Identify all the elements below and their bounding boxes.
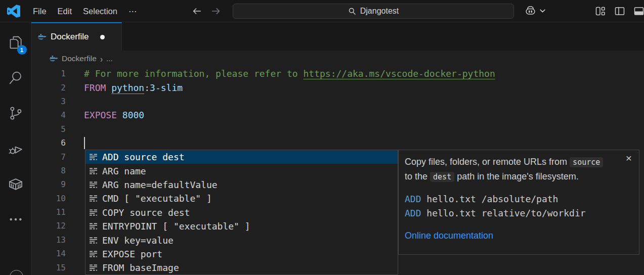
code-line: 4EXPOSE 8000 xyxy=(31,108,644,122)
suggestion-item[interactable]: ENV key=value xyxy=(85,233,398,247)
snippet-icon xyxy=(89,194,98,203)
account-icon[interactable] xyxy=(10,270,23,275)
suggestion-item[interactable]: EXPOSE port xyxy=(85,247,398,261)
docker-whale-icon xyxy=(50,55,58,63)
line-number: 11 xyxy=(31,207,66,217)
activity-docker[interactable] xyxy=(4,172,28,196)
docs-code-token: ADD xyxy=(405,194,421,204)
code-text[interactable]: FROM python:3-slim xyxy=(66,82,183,93)
command-center-value: Djangotest xyxy=(360,7,399,16)
activity-source-control[interactable] xyxy=(4,101,28,125)
customize-layout-icon[interactable] xyxy=(595,6,606,17)
nav-history xyxy=(191,0,222,22)
run-debug-icon xyxy=(8,141,24,157)
menu-file[interactable]: File xyxy=(27,4,52,19)
docs-example-line: ADD hello.txt relative/to/workdir xyxy=(405,206,633,220)
suggestion-item[interactable]: ARG name xyxy=(85,164,398,177)
suggestion-item[interactable]: ARG name=defaultValue xyxy=(85,178,398,192)
suggestion-label: ENTRYPOINT [ "executable" ] xyxy=(102,221,250,232)
menu-bar: File Edit Selection ⋯ xyxy=(27,0,143,22)
docs-example-line: ADD hello.txt /absolute/path xyxy=(405,192,633,206)
suggestion-item[interactable]: ENTRYPOINT [ "executable" ] xyxy=(85,219,398,233)
suggestion-label: ARG name=defaultValue xyxy=(102,179,218,190)
suggestion-item[interactable]: ADD source dest xyxy=(85,150,398,164)
docker-whale-icon xyxy=(38,33,47,41)
docs-examples: ADD hello.txt /absolute/pathADD hello.tx… xyxy=(405,192,633,220)
close-icon[interactable]: × xyxy=(623,153,634,164)
modified-indicator-icon[interactable] xyxy=(100,35,105,39)
activity-more[interactable] xyxy=(4,207,28,232)
line-number: 10 xyxy=(31,194,66,203)
explorer-badge: 1 xyxy=(17,45,27,55)
breadcrumb-item-symbol[interactable]: ... xyxy=(106,54,113,63)
snippet-icon xyxy=(89,167,98,175)
code-token: https://aka.ms/vscode-docker-python xyxy=(303,68,495,79)
snippet-icon xyxy=(89,180,98,189)
snippet-icon xyxy=(89,250,98,258)
source-control-icon xyxy=(8,105,24,121)
title-bar: File Edit Selection ⋯ Djangotest xyxy=(0,0,644,22)
docker-icon xyxy=(7,175,24,193)
line-number: 2 xyxy=(31,83,66,93)
suggestion-item[interactable]: COPY source dest xyxy=(85,206,398,219)
code-text[interactable]: # For more information, please refer to … xyxy=(66,68,495,79)
snippet-icon xyxy=(89,153,98,161)
code-token: 8000 xyxy=(122,110,144,120)
activity-bar: 1 xyxy=(0,22,31,275)
tab-label: Dockerfile xyxy=(51,32,89,42)
line-number: 12 xyxy=(31,221,66,231)
docs-code-token: hello.txt relative/to/workdir xyxy=(421,208,586,218)
activity-search[interactable] xyxy=(4,66,28,90)
breadcrumb-item-file[interactable]: Dockerfile xyxy=(62,54,97,63)
breadcrumb-file-icon-slot xyxy=(50,55,58,63)
code-text[interactable] xyxy=(66,137,85,149)
code-token: : xyxy=(144,82,150,93)
search-icon xyxy=(8,70,24,86)
tab-dockerfile[interactable]: Dockerfile xyxy=(31,22,122,51)
ellipsis-icon xyxy=(8,211,24,227)
code-line: 1# For more information, please refer to… xyxy=(31,67,644,80)
docs-code-token: ADD xyxy=(405,208,421,218)
docs-code-token: hello.txt /absolute/path xyxy=(421,194,559,204)
suggestion-label: ENV key=value xyxy=(102,235,174,246)
suggest-widget: ADD source dest ARG name ARG name=defaul… xyxy=(85,150,398,275)
snippet-icon xyxy=(89,208,98,217)
code-token: 3-slim xyxy=(150,82,183,93)
toggle-panel-icon[interactable] xyxy=(633,6,644,17)
docs-description: Copy files, folders, or remote URLs from… xyxy=(405,155,608,184)
code-line: 2FROM python:3-slim xyxy=(31,80,644,94)
vscode-logo-icon xyxy=(7,5,20,18)
online-documentation-link[interactable]: Online documentation xyxy=(405,231,633,241)
arrow-right-icon[interactable] xyxy=(210,6,222,17)
line-number: 6 xyxy=(31,138,66,148)
menu-selection[interactable]: Selection xyxy=(77,4,123,19)
tab-bar: Dockerfile xyxy=(31,22,644,51)
menu-edit[interactable]: Edit xyxy=(52,4,77,19)
snippet-icon xyxy=(89,236,98,245)
activity-run-debug[interactable] xyxy=(4,136,28,161)
command-center-search[interactable]: Djangotest xyxy=(233,4,514,19)
docs-text-segment: path in the image's filesystem. xyxy=(454,171,579,181)
activity-explorer[interactable]: 1 xyxy=(4,30,28,55)
suggestion-label: CMD [ "executable" ] xyxy=(102,193,212,204)
suggestion-item[interactable]: CMD [ "executable" ] xyxy=(85,192,398,205)
code-token: EXPOSE xyxy=(84,110,122,120)
suggestion-label: EXPOSE port xyxy=(102,249,162,259)
code-token: python xyxy=(111,82,144,93)
line-number: 4 xyxy=(31,110,66,120)
suggestion-item[interactable]: FROM baseImage xyxy=(85,261,398,274)
toggle-sidebar-icon[interactable] xyxy=(614,6,625,17)
menu-more[interactable]: ⋯ xyxy=(123,4,144,19)
line-number: 8 xyxy=(31,166,66,175)
suggest-details-panel: × Copy files, folders, or remote URLs fr… xyxy=(398,150,639,255)
arrow-left-icon[interactable] xyxy=(191,6,202,17)
code-line: 6 xyxy=(31,136,644,150)
line-number: 3 xyxy=(31,97,66,106)
tab-file-icon-slot xyxy=(38,33,47,41)
copilot-icon xyxy=(524,5,537,17)
code-text[interactable]: EXPOSE 8000 xyxy=(66,110,144,120)
copilot-menu[interactable] xyxy=(524,5,546,17)
snippet-icon xyxy=(89,263,98,272)
line-number: 5 xyxy=(31,124,66,134)
search-icon xyxy=(348,7,356,15)
